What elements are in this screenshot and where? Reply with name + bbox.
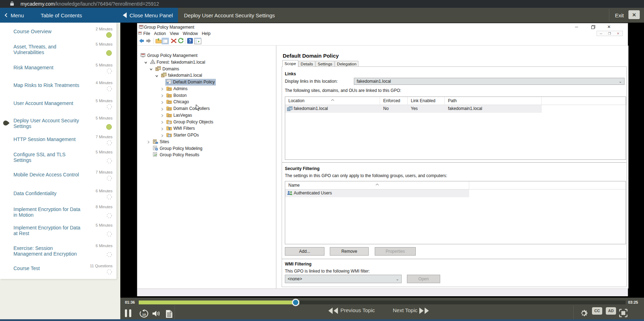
forest-icon bbox=[150, 59, 155, 65]
links-row[interactable]: fakedomain1.localNoYesfakedomain1.local bbox=[285, 105, 542, 113]
tree-item-label: LasVegas bbox=[173, 113, 192, 118]
links-col-link-enabled[interactable]: Link Enabled bbox=[408, 97, 445, 105]
tree-expander-expanded-icon[interactable] bbox=[149, 67, 153, 71]
toolbar-export-list-button[interactable] bbox=[155, 38, 162, 45]
menu-window[interactable]: Window bbox=[183, 31, 198, 36]
exit-label[interactable]: Exit bbox=[615, 8, 624, 23]
status-incomplete-icon bbox=[107, 252, 112, 257]
open-button[interactable]: Open bbox=[407, 275, 440, 283]
rewind-10-button[interactable]: 10 bbox=[139, 309, 149, 319]
security-row[interactable]: Authenticated Users bbox=[285, 189, 469, 197]
tree-item-admins[interactable]: Admins bbox=[160, 86, 189, 92]
window-maximize-button[interactable] bbox=[591, 25, 595, 30]
tree-item-group-policy-modeling[interactable]: Group Policy Modeling bbox=[146, 145, 203, 152]
tree-item-default-domain-policy[interactable]: Default Domain Policy bbox=[160, 79, 216, 86]
tree-item-group-policy-objects[interactable]: Group Policy Objects bbox=[160, 119, 214, 126]
toolbar-new-window-button[interactable] bbox=[194, 38, 201, 45]
next-topic-button[interactable]: Next Topic bbox=[393, 307, 418, 313]
page: mycademy.com/knowledge/launch/76494/?enr… bbox=[0, 0, 644, 321]
svg-text:10: 10 bbox=[142, 313, 146, 316]
menu-button[interactable]: Menu bbox=[5, 8, 24, 23]
tree-item-group-policy-management[interactable]: Group Policy Management bbox=[139, 52, 199, 59]
svg-text:?: ? bbox=[189, 39, 191, 43]
tree-item-chicago[interactable]: Chicago bbox=[160, 99, 190, 105]
toc-label: Table of Contents bbox=[41, 8, 82, 23]
tree-item-lasvegas[interactable]: LasVegas bbox=[160, 112, 193, 119]
toolbar-show-window-button[interactable] bbox=[162, 38, 169, 45]
wmi-filter-dropdown[interactable]: <none> ⌄ bbox=[285, 275, 402, 283]
toolbar-refresh-button[interactable] bbox=[178, 38, 184, 45]
display-links-label: Display links in this location: bbox=[285, 79, 338, 84]
transcript-button[interactable] bbox=[165, 310, 173, 318]
tab-delegation[interactable]: Delegation bbox=[335, 61, 358, 67]
progress-handle[interactable] bbox=[292, 299, 299, 306]
menu-view[interactable]: View bbox=[170, 31, 179, 36]
menu-help[interactable]: Help bbox=[202, 31, 211, 36]
menu-action[interactable]: Action bbox=[154, 31, 166, 36]
tree-expander-collapsed-icon[interactable] bbox=[160, 94, 164, 97]
properties-button[interactable]: Properties bbox=[375, 247, 416, 256]
tree-expander-collapsed-icon[interactable] bbox=[160, 107, 164, 111]
window-minimize-button[interactable]: ─ bbox=[575, 24, 578, 29]
closed-captions-button[interactable]: CC bbox=[592, 307, 602, 315]
add-button[interactable]: Add... bbox=[285, 247, 324, 256]
toc-item-duration: 5 Minutes bbox=[70, 63, 113, 67]
url-text[interactable]: mycademy.com/knowledge/launch/76494/?enr… bbox=[21, 1, 159, 7]
console-icon bbox=[140, 53, 146, 59]
tree-expander-placeholder bbox=[160, 81, 164, 84]
previous-topic-button[interactable]: Previous Topic bbox=[340, 307, 375, 313]
tree-expander-collapsed-icon[interactable] bbox=[160, 100, 164, 104]
tab-details[interactable]: Details bbox=[299, 61, 315, 67]
toolbar-delete-button[interactable] bbox=[171, 38, 177, 45]
next-topic-arrows-icon[interactable] bbox=[419, 308, 429, 314]
tree-expander-collapsed-icon[interactable] bbox=[160, 127, 164, 130]
window-close-button[interactable]: ✕ bbox=[607, 24, 611, 29]
links-col-enforced[interactable]: Enforced bbox=[380, 97, 408, 105]
tree-item-forest-fakedomain1-local[interactable]: Forest: fakedomain1.local bbox=[144, 59, 206, 66]
settings-gear-button[interactable] bbox=[579, 309, 588, 318]
tree-expander-collapsed-icon[interactable] bbox=[160, 120, 164, 124]
child-restore-button[interactable]: ❐ bbox=[608, 32, 611, 35]
tree-expander-collapsed-icon[interactable] bbox=[160, 134, 164, 137]
url-domain: mycademy.com bbox=[21, 1, 55, 7]
close-menu-panel-button[interactable]: Close Menu Panel bbox=[123, 8, 173, 23]
status-incomplete-icon bbox=[107, 175, 112, 181]
menu-file[interactable]: File bbox=[143, 31, 150, 36]
pause-button[interactable] bbox=[125, 309, 131, 317]
domains-icon bbox=[155, 66, 161, 72]
fullscreen-button[interactable] bbox=[619, 309, 628, 317]
toolbar-back-button[interactable] bbox=[138, 38, 145, 45]
toolbar-forward-button[interactable] bbox=[145, 38, 152, 45]
tree-item-boston[interactable]: Boston bbox=[160, 92, 188, 99]
tree-expander-collapsed-icon[interactable] bbox=[160, 113, 164, 117]
location-dropdown[interactable]: fakedomain1.local ⌄ bbox=[354, 78, 625, 85]
location-dropdown-chevron-icon: ⌄ bbox=[616, 79, 624, 84]
tree-item-domain-controllers[interactable]: Domain Controllers bbox=[160, 105, 211, 112]
links-col-path[interactable]: Path bbox=[445, 97, 542, 105]
toolbar-help-button[interactable]: ? bbox=[187, 38, 193, 45]
ou-icon bbox=[166, 99, 172, 105]
tab-settings[interactable]: Settings bbox=[316, 61, 335, 67]
child-close-button[interactable]: ✕ bbox=[617, 32, 620, 35]
tree-item-starter-gpos[interactable]: Starter GPOs bbox=[160, 132, 200, 139]
tree-expander-expanded-icon[interactable] bbox=[144, 60, 148, 64]
exit-close-button[interactable]: ✕ bbox=[628, 10, 640, 19]
tab-scope[interactable]: Scope bbox=[282, 60, 298, 67]
security-filtering-title: Security Filtering bbox=[285, 166, 320, 171]
volume-button[interactable] bbox=[152, 310, 161, 317]
tree-item-fakedomain1-local[interactable]: fakedomain1.local bbox=[155, 72, 203, 79]
audio-description-button[interactable]: AD bbox=[606, 307, 616, 315]
tree-item-domains[interactable]: Domains bbox=[149, 66, 180, 72]
tree-item-sites[interactable]: Sites bbox=[146, 139, 170, 145]
remove-button[interactable]: Remove bbox=[330, 247, 369, 256]
tree-expander-expanded-icon[interactable] bbox=[155, 74, 159, 77]
video-area[interactable]: Group Policy Management ─ ✕ FileActionVi… bbox=[120, 23, 644, 298]
tree-expander-collapsed-icon[interactable] bbox=[146, 140, 150, 144]
child-minimize-button[interactable]: ─ bbox=[600, 32, 602, 35]
tree-item-group-policy-results[interactable]: Group Policy Results bbox=[146, 152, 200, 158]
previous-topic-arrows-icon[interactable] bbox=[328, 308, 338, 314]
progress-bar[interactable] bbox=[139, 300, 626, 304]
tree-expander-collapsed-icon[interactable] bbox=[160, 87, 164, 91]
tree-item-label: Group Policy Management bbox=[147, 53, 197, 58]
tree-item-wmi-filters[interactable]: WMI Filters bbox=[160, 125, 196, 132]
